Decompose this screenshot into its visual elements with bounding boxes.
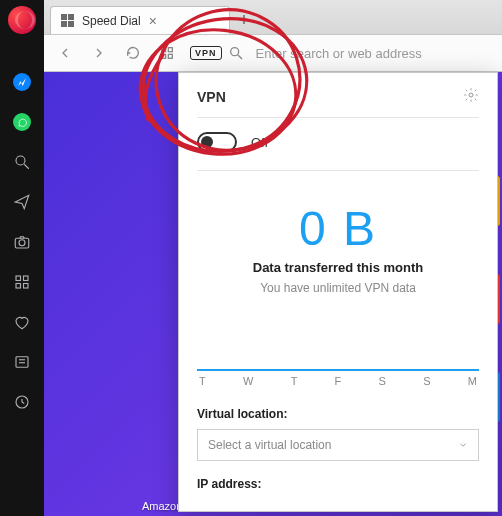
virtual-location-label: Virtual location: bbox=[197, 407, 479, 421]
svg-rect-8 bbox=[16, 357, 28, 368]
vpn-day-axis: T W T F S S M bbox=[197, 375, 479, 387]
history-icon[interactable] bbox=[0, 382, 44, 422]
svg-point-16 bbox=[230, 48, 238, 56]
speed-dial-icon bbox=[61, 14, 74, 27]
news-icon[interactable] bbox=[0, 342, 44, 382]
svg-rect-12 bbox=[162, 48, 166, 52]
svg-rect-13 bbox=[168, 48, 172, 52]
heart-icon[interactable] bbox=[0, 302, 44, 342]
svg-line-17 bbox=[238, 55, 242, 59]
search-in-address-icon[interactable] bbox=[228, 42, 244, 64]
svg-point-3 bbox=[19, 240, 25, 246]
back-button[interactable] bbox=[54, 42, 76, 64]
forward-button[interactable] bbox=[88, 42, 110, 64]
svg-rect-7 bbox=[24, 284, 29, 289]
speed-dial-button[interactable] bbox=[156, 42, 178, 64]
vpn-data-value: 0 B bbox=[299, 201, 377, 256]
new-tab-button[interactable]: + bbox=[230, 6, 258, 34]
opera-logo-icon bbox=[8, 6, 36, 34]
vpn-toggle-label: Off bbox=[251, 135, 268, 150]
virtual-location-select[interactable]: Select a virtual location bbox=[197, 429, 479, 461]
day-label: F bbox=[335, 375, 342, 387]
whatsapp-icon[interactable] bbox=[0, 102, 44, 142]
virtual-location-placeholder: Select a virtual location bbox=[208, 438, 331, 452]
day-label: M bbox=[468, 375, 477, 387]
reload-button[interactable] bbox=[122, 42, 144, 64]
svg-point-0 bbox=[16, 156, 25, 165]
send-icon[interactable] bbox=[0, 182, 44, 222]
svg-rect-15 bbox=[168, 54, 172, 58]
svg-point-18 bbox=[469, 93, 473, 97]
day-label: S bbox=[379, 375, 386, 387]
chevron-down-icon bbox=[458, 440, 468, 450]
vpn-toggle[interactable] bbox=[197, 132, 237, 152]
gear-icon[interactable] bbox=[463, 87, 479, 107]
vpn-panel: VPN Off 0 B Data transferred this month … bbox=[178, 72, 498, 512]
day-label: T bbox=[291, 375, 298, 387]
vpn-title: VPN bbox=[197, 89, 226, 105]
day-label: W bbox=[243, 375, 253, 387]
tab-bar: Speed Dial × + bbox=[44, 0, 502, 34]
vpn-badge[interactable]: VPN bbox=[190, 46, 222, 60]
address-input[interactable] bbox=[256, 46, 492, 61]
svg-rect-6 bbox=[16, 284, 21, 289]
vpn-data-label: Data transferred this month bbox=[253, 260, 423, 275]
toolbar: VPN bbox=[44, 34, 502, 72]
svg-rect-14 bbox=[162, 54, 166, 58]
address-box: VPN bbox=[190, 42, 244, 64]
close-icon[interactable]: × bbox=[149, 13, 157, 29]
day-label: T bbox=[199, 375, 206, 387]
vpn-sparkline bbox=[197, 341, 479, 371]
camera-icon[interactable] bbox=[0, 222, 44, 262]
sidebar bbox=[0, 0, 44, 516]
day-label: S bbox=[423, 375, 430, 387]
vpn-data-sub: You have unlimited VPN data bbox=[260, 281, 416, 295]
ip-address-label: IP address: bbox=[197, 477, 479, 491]
address-bar[interactable] bbox=[256, 44, 492, 62]
svg-line-1 bbox=[24, 164, 29, 169]
grid-icon[interactable] bbox=[0, 262, 44, 302]
svg-rect-4 bbox=[16, 276, 21, 281]
tab-title: Speed Dial bbox=[82, 14, 141, 28]
svg-rect-5 bbox=[24, 276, 29, 281]
messenger-icon[interactable] bbox=[0, 62, 44, 102]
search-icon[interactable] bbox=[0, 142, 44, 182]
tab-speed-dial[interactable]: Speed Dial × bbox=[50, 6, 230, 34]
